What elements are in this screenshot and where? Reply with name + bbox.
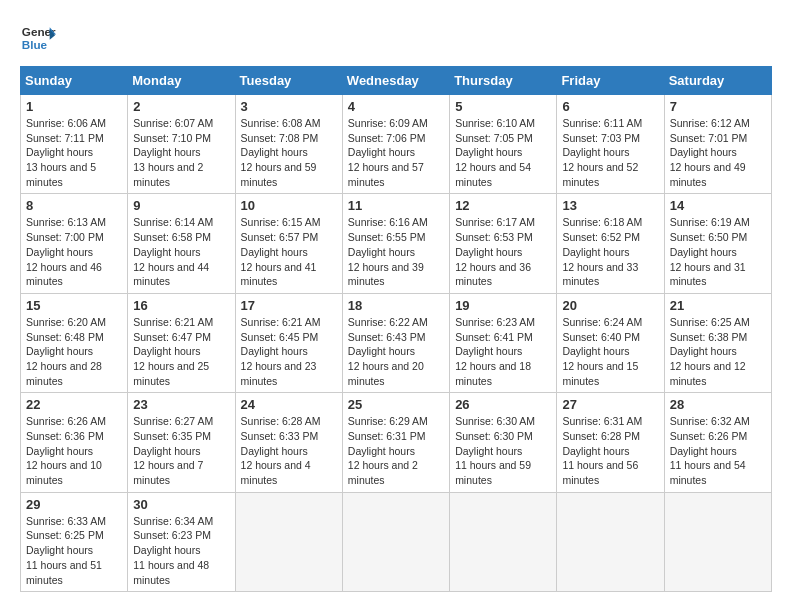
calendar-cell: 3 Sunrise: 6:08 AM Sunset: 7:08 PM Dayli…	[235, 95, 342, 194]
day-info: Sunrise: 6:18 AM Sunset: 6:52 PM Dayligh…	[562, 215, 658, 288]
calendar-cell: 14 Sunrise: 6:19 AM Sunset: 6:50 PM Dayl…	[664, 194, 771, 293]
sunrise-label: Sunrise: 6:30 AM	[455, 415, 535, 427]
column-header-sunday: Sunday	[21, 67, 128, 95]
day-number: 17	[241, 298, 337, 313]
sunrise-label: Sunrise: 6:09 AM	[348, 117, 428, 129]
day-info: Sunrise: 6:12 AM Sunset: 7:01 PM Dayligh…	[670, 116, 766, 189]
daylight-label: Daylight hours	[348, 445, 415, 457]
day-number: 12	[455, 198, 551, 213]
daylight-label: Daylight hours	[562, 246, 629, 258]
sunset-label: Sunset: 6:48 PM	[26, 331, 104, 343]
daylight-value: 12 hours and 52 minutes	[562, 161, 638, 188]
daylight-value: 12 hours and 10 minutes	[26, 459, 102, 486]
sunrise-label: Sunrise: 6:11 AM	[562, 117, 642, 129]
day-number: 19	[455, 298, 551, 313]
sunrise-label: Sunrise: 6:34 AM	[133, 515, 213, 527]
sunrise-label: Sunrise: 6:06 AM	[26, 117, 106, 129]
daylight-value: 12 hours and 18 minutes	[455, 360, 531, 387]
calendar-cell	[557, 492, 664, 591]
sunrise-label: Sunrise: 6:33 AM	[26, 515, 106, 527]
sunrise-label: Sunrise: 6:12 AM	[670, 117, 750, 129]
sunset-label: Sunset: 6:41 PM	[455, 331, 533, 343]
day-info: Sunrise: 6:06 AM Sunset: 7:11 PM Dayligh…	[26, 116, 122, 189]
day-number: 4	[348, 99, 444, 114]
daylight-label: Daylight hours	[670, 246, 737, 258]
calendar-cell: 28 Sunrise: 6:32 AM Sunset: 6:26 PM Dayl…	[664, 393, 771, 492]
daylight-label: Daylight hours	[455, 445, 522, 457]
day-number: 20	[562, 298, 658, 313]
sunset-label: Sunset: 6:26 PM	[670, 430, 748, 442]
day-number: 15	[26, 298, 122, 313]
daylight-label: Daylight hours	[670, 445, 737, 457]
day-number: 7	[670, 99, 766, 114]
day-info: Sunrise: 6:11 AM Sunset: 7:03 PM Dayligh…	[562, 116, 658, 189]
calendar-week-row: 1 Sunrise: 6:06 AM Sunset: 7:11 PM Dayli…	[21, 95, 772, 194]
day-number: 18	[348, 298, 444, 313]
day-info: Sunrise: 6:20 AM Sunset: 6:48 PM Dayligh…	[26, 315, 122, 388]
daylight-label: Daylight hours	[562, 146, 629, 158]
sunrise-label: Sunrise: 6:29 AM	[348, 415, 428, 427]
daylight-value: 12 hours and 44 minutes	[133, 261, 209, 288]
day-number: 1	[26, 99, 122, 114]
day-number: 14	[670, 198, 766, 213]
day-info: Sunrise: 6:24 AM Sunset: 6:40 PM Dayligh…	[562, 315, 658, 388]
calendar-cell: 18 Sunrise: 6:22 AM Sunset: 6:43 PM Dayl…	[342, 293, 449, 392]
calendar-cell: 22 Sunrise: 6:26 AM Sunset: 6:36 PM Dayl…	[21, 393, 128, 492]
daylight-value: 12 hours and 54 minutes	[455, 161, 531, 188]
calendar-week-row: 15 Sunrise: 6:20 AM Sunset: 6:48 PM Dayl…	[21, 293, 772, 392]
daylight-label: Daylight hours	[26, 146, 93, 158]
column-header-thursday: Thursday	[450, 67, 557, 95]
column-header-friday: Friday	[557, 67, 664, 95]
calendar-cell: 27 Sunrise: 6:31 AM Sunset: 6:28 PM Dayl…	[557, 393, 664, 492]
day-info: Sunrise: 6:27 AM Sunset: 6:35 PM Dayligh…	[133, 414, 229, 487]
daylight-value: 12 hours and 28 minutes	[26, 360, 102, 387]
sunset-label: Sunset: 6:58 PM	[133, 231, 211, 243]
day-info: Sunrise: 6:08 AM Sunset: 7:08 PM Dayligh…	[241, 116, 337, 189]
daylight-value: 12 hours and 12 minutes	[670, 360, 746, 387]
day-number: 2	[133, 99, 229, 114]
calendar-cell: 23 Sunrise: 6:27 AM Sunset: 6:35 PM Dayl…	[128, 393, 235, 492]
day-info: Sunrise: 6:13 AM Sunset: 7:00 PM Dayligh…	[26, 215, 122, 288]
day-info: Sunrise: 6:21 AM Sunset: 6:45 PM Dayligh…	[241, 315, 337, 388]
daylight-label: Daylight hours	[133, 345, 200, 357]
day-info: Sunrise: 6:33 AM Sunset: 6:25 PM Dayligh…	[26, 514, 122, 587]
daylight-value: 12 hours and 4 minutes	[241, 459, 311, 486]
calendar-cell: 7 Sunrise: 6:12 AM Sunset: 7:01 PM Dayli…	[664, 95, 771, 194]
calendar-cell: 6 Sunrise: 6:11 AM Sunset: 7:03 PM Dayli…	[557, 95, 664, 194]
sunset-label: Sunset: 6:45 PM	[241, 331, 319, 343]
daylight-label: Daylight hours	[670, 345, 737, 357]
daylight-value: 12 hours and 33 minutes	[562, 261, 638, 288]
column-header-tuesday: Tuesday	[235, 67, 342, 95]
sunrise-label: Sunrise: 6:23 AM	[455, 316, 535, 328]
daylight-label: Daylight hours	[455, 345, 522, 357]
sunset-label: Sunset: 7:03 PM	[562, 132, 640, 144]
day-number: 24	[241, 397, 337, 412]
sunset-label: Sunset: 7:10 PM	[133, 132, 211, 144]
page-header: General Blue	[20, 20, 772, 56]
daylight-label: Daylight hours	[133, 146, 200, 158]
sunrise-label: Sunrise: 6:21 AM	[241, 316, 321, 328]
column-header-saturday: Saturday	[664, 67, 771, 95]
day-number: 28	[670, 397, 766, 412]
sunrise-label: Sunrise: 6:17 AM	[455, 216, 535, 228]
daylight-value: 11 hours and 56 minutes	[562, 459, 638, 486]
day-number: 30	[133, 497, 229, 512]
day-info: Sunrise: 6:29 AM Sunset: 6:31 PM Dayligh…	[348, 414, 444, 487]
calendar-week-row: 8 Sunrise: 6:13 AM Sunset: 7:00 PM Dayli…	[21, 194, 772, 293]
calendar-cell: 4 Sunrise: 6:09 AM Sunset: 7:06 PM Dayli…	[342, 95, 449, 194]
sunset-label: Sunset: 6:28 PM	[562, 430, 640, 442]
sunset-label: Sunset: 6:55 PM	[348, 231, 426, 243]
day-info: Sunrise: 6:16 AM Sunset: 6:55 PM Dayligh…	[348, 215, 444, 288]
sunset-label: Sunset: 7:08 PM	[241, 132, 319, 144]
daylight-label: Daylight hours	[26, 445, 93, 457]
sunrise-label: Sunrise: 6:22 AM	[348, 316, 428, 328]
day-number: 11	[348, 198, 444, 213]
sunrise-label: Sunrise: 6:10 AM	[455, 117, 535, 129]
calendar-cell: 9 Sunrise: 6:14 AM Sunset: 6:58 PM Dayli…	[128, 194, 235, 293]
day-number: 13	[562, 198, 658, 213]
calendar-cell: 12 Sunrise: 6:17 AM Sunset: 6:53 PM Dayl…	[450, 194, 557, 293]
calendar-cell: 5 Sunrise: 6:10 AM Sunset: 7:05 PM Dayli…	[450, 95, 557, 194]
day-number: 8	[26, 198, 122, 213]
day-info: Sunrise: 6:14 AM Sunset: 6:58 PM Dayligh…	[133, 215, 229, 288]
day-info: Sunrise: 6:10 AM Sunset: 7:05 PM Dayligh…	[455, 116, 551, 189]
